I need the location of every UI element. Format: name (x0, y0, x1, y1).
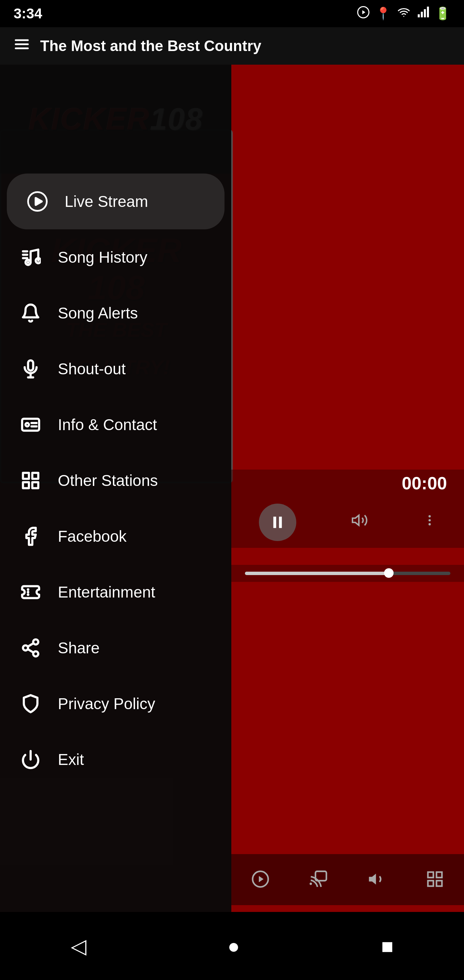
top-bar: The Most and the Best Country (0, 27, 464, 65)
battery-icon: 🔋 (435, 6, 450, 21)
bottom-play-button[interactable] (251, 870, 270, 890)
svg-rect-28 (32, 482, 38, 488)
player-time: 00:00 (402, 473, 447, 493)
bottom-player-controls (231, 854, 464, 905)
svg-point-22 (25, 423, 29, 426)
location-icon: 📍 (375, 6, 391, 21)
menu-item-facebook[interactable]: Facebook (0, 508, 231, 564)
song-alerts-label: Song Alerts (58, 304, 138, 322)
svg-line-36 (27, 643, 33, 646)
svg-marker-40 (353, 515, 359, 525)
svg-rect-38 (273, 517, 276, 528)
info-contact-label: Info & Contact (58, 415, 157, 434)
status-bar: 3:34 📍 (0, 0, 464, 27)
menu-item-entertainment[interactable]: Entertainment (0, 564, 231, 620)
svg-point-42 (429, 519, 431, 522)
bell-icon (17, 299, 44, 327)
home-button[interactable]: ● (227, 934, 240, 958)
svg-rect-49 (428, 872, 434, 877)
svg-point-41 (429, 515, 431, 517)
more-options-button[interactable] (423, 512, 437, 533)
circle-play-icon (357, 6, 369, 21)
svg-rect-50 (437, 872, 442, 877)
exit-label: Exit (58, 750, 84, 769)
android-nav-bar: ◁ ● ■ (0, 912, 464, 980)
svg-rect-5 (424, 9, 426, 18)
shield-icon (17, 690, 44, 717)
facebook-icon (17, 523, 44, 550)
share-label: Share (58, 639, 100, 657)
grid-icon (17, 467, 44, 494)
top-bar-title-prefix: The Most and the Best (40, 37, 204, 54)
status-icons: 📍 🔋 (357, 6, 450, 21)
menu-item-song-alerts[interactable]: Song Alerts (0, 285, 231, 341)
svg-rect-25 (23, 473, 29, 479)
menu-item-song-history[interactable]: Song History (0, 229, 231, 285)
menu-item-shout-out[interactable]: Shout-out (0, 341, 231, 397)
svg-rect-26 (32, 473, 38, 479)
volume-slider-fill (245, 572, 389, 575)
menu-item-info-contact[interactable]: Info & Contact (0, 397, 231, 453)
ticket-icon (17, 579, 44, 606)
bottom-cast-button[interactable] (309, 870, 328, 890)
menu-item-other-stations[interactable]: Other Stations (0, 453, 231, 508)
menu-item-privacy-policy[interactable]: Privacy Policy (0, 676, 231, 732)
svg-rect-6 (427, 6, 429, 18)
svg-rect-4 (421, 11, 423, 18)
svg-marker-48 (369, 873, 376, 885)
menu-item-share[interactable]: Share (0, 620, 231, 676)
shout-out-label: Shout-out (58, 360, 126, 378)
back-button[interactable]: ◁ (71, 934, 86, 958)
status-time: 3:34 (14, 5, 42, 22)
player-time-area: 00:00 (231, 469, 464, 497)
music-list-icon (17, 243, 44, 271)
volume-slider-thumb[interactable] (384, 568, 394, 578)
volume-button[interactable] (351, 512, 368, 533)
share-icon (17, 634, 44, 662)
other-stations-label: Other Stations (58, 471, 158, 490)
menu-item-exit[interactable]: Exit (0, 732, 231, 788)
bottom-volume-button[interactable] (367, 870, 386, 890)
player-controls (231, 497, 464, 548)
svg-rect-52 (437, 881, 442, 886)
play-icon (24, 188, 51, 215)
top-bar-title: The Most and the Best Country (40, 37, 261, 54)
facebook-label: Facebook (58, 527, 127, 546)
svg-line-35 (27, 649, 33, 653)
svg-rect-27 (23, 482, 29, 488)
volume-slider-track[interactable] (245, 572, 450, 575)
privacy-policy-label: Privacy Policy (58, 695, 155, 713)
bottom-grid-button[interactable] (426, 870, 444, 890)
svg-marker-11 (36, 198, 42, 205)
signal-icon (417, 6, 429, 21)
wifi-icon (397, 6, 411, 21)
svg-marker-45 (259, 876, 264, 882)
menu-container: Live Stream Song History Song Alerts (0, 173, 231, 788)
svg-marker-1 (362, 10, 365, 14)
svg-rect-18 (28, 360, 33, 371)
id-card-icon (17, 411, 44, 438)
song-history-label: Song History (58, 248, 147, 266)
svg-point-43 (429, 523, 431, 525)
power-icon (17, 746, 44, 773)
volume-slider-area[interactable] (231, 565, 464, 582)
pause-button[interactable] (259, 504, 296, 541)
live-stream-label: Live Stream (65, 192, 148, 211)
hamburger-icon[interactable] (14, 36, 30, 56)
entertainment-label: Entertainment (58, 583, 155, 601)
recent-button[interactable]: ■ (381, 934, 393, 958)
top-bar-title-suffix: Country (204, 37, 262, 54)
svg-point-2 (404, 16, 404, 17)
svg-rect-3 (418, 14, 420, 18)
menu-item-live-stream[interactable]: Live Stream (7, 173, 224, 229)
svg-rect-51 (428, 881, 434, 886)
mic-icon (17, 355, 44, 382)
svg-rect-39 (279, 517, 282, 528)
